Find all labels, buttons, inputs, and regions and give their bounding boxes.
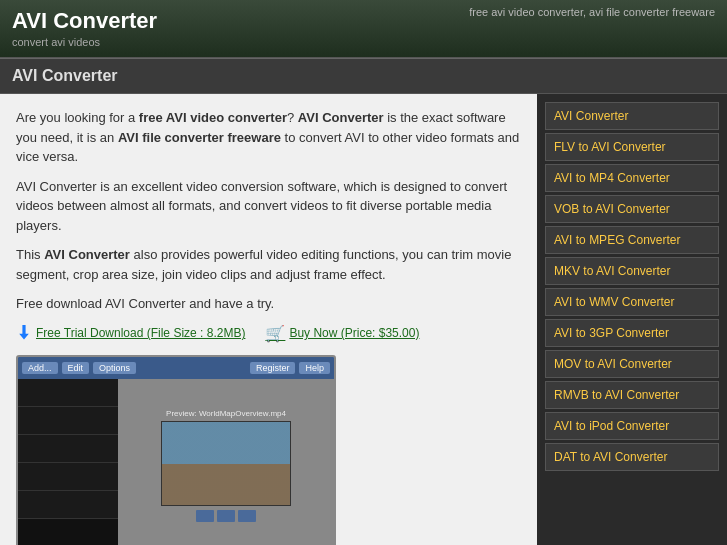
app-controls xyxy=(196,510,256,522)
sidebar-link-8[interactable]: MOV to AVI Converter xyxy=(545,350,719,378)
file-item-1 xyxy=(18,379,118,407)
sidebar-link-2[interactable]: AVI to MP4 Converter xyxy=(545,164,719,192)
download-links-row: Free Trial Download (File Size : 8.2MB) … xyxy=(16,324,521,343)
app-left-panel xyxy=(18,379,118,546)
register-btn: Register xyxy=(250,362,296,374)
intro-paragraph: Are you looking for a free AVI video con… xyxy=(16,108,521,167)
add-btn: Add... xyxy=(22,362,58,374)
sidebar-link-6[interactable]: AVI to WMV Converter xyxy=(545,288,719,316)
preview-label: Preview: WorldMapOverview.mp4 xyxy=(166,409,286,418)
bold-free-avi: free AVI video converter xyxy=(139,110,287,125)
sidebar-link-1[interactable]: FLV to AVI Converter xyxy=(545,133,719,161)
edit-btn: Edit xyxy=(62,362,90,374)
header: AVI Converter convert avi videos free av… xyxy=(0,0,727,58)
ctrl-btn-3[interactable] xyxy=(238,510,256,522)
cta-paragraph: Free download AVI Converter and have a t… xyxy=(16,294,521,314)
help-btn: Help xyxy=(299,362,330,374)
header-tagline: free avi video converter, avi file conve… xyxy=(469,6,715,18)
buy-link-label: Buy Now (Price: $35.00) xyxy=(289,326,419,340)
sidebar-link-4[interactable]: AVI to MPEG Converter xyxy=(545,226,719,254)
file-item-5 xyxy=(18,491,118,519)
title-bar: AVI Converter xyxy=(0,58,727,94)
app-preview xyxy=(161,421,291,506)
download-link[interactable]: Free Trial Download (File Size : 8.2MB) xyxy=(16,325,245,341)
app-toolbar: Add... Edit Options Register Help xyxy=(18,357,334,379)
ctrl-btn-1[interactable] xyxy=(196,510,214,522)
app-right-panel: Preview: WorldMapOverview.mp4 xyxy=(118,379,334,546)
ctrl-btn-2[interactable] xyxy=(217,510,235,522)
sidebar-link-10[interactable]: AVI to iPod Converter xyxy=(545,412,719,440)
download-icon xyxy=(16,325,32,341)
world-map-image xyxy=(162,422,290,505)
cart-icon: 🛒 xyxy=(265,324,285,343)
options-btn: Options xyxy=(93,362,136,374)
page-title: AVI Converter xyxy=(12,67,715,85)
content-area: Are you looking for a free AVI video con… xyxy=(0,94,537,545)
app-body: Preview: WorldMapOverview.mp4 xyxy=(18,379,334,546)
download-link-label: Free Trial Download (File Size : 8.2MB) xyxy=(36,326,245,340)
site-subtitle: convert avi videos xyxy=(12,36,100,48)
main-layout: Are you looking for a free AVI video con… xyxy=(0,94,727,545)
bold-file-converter: AVI file converter freeware xyxy=(118,130,281,145)
sidebar-link-7[interactable]: AVI to 3GP Converter xyxy=(545,319,719,347)
file-item-3 xyxy=(18,435,118,463)
sidebar-link-0[interactable]: AVI Converter xyxy=(545,102,719,130)
sidebar-link-9[interactable]: RMVB to AVI Converter xyxy=(545,381,719,409)
description-paragraph: AVI Converter is an excellent video conv… xyxy=(16,177,521,236)
file-item-2 xyxy=(18,407,118,435)
sidebar-link-3[interactable]: VOB to AVI Converter xyxy=(545,195,719,223)
toolbar-right: Register Help xyxy=(250,362,330,374)
features-paragraph: This AVI Converter also provides powerfu… xyxy=(16,245,521,284)
buy-link[interactable]: 🛒 Buy Now (Price: $35.00) xyxy=(265,324,419,343)
file-item-4 xyxy=(18,463,118,491)
bold-avi-features: AVI Converter xyxy=(44,247,130,262)
sidebar-link-5[interactable]: MKV to AVI Converter xyxy=(545,257,719,285)
app-screenshot: Add... Edit Options Register Help xyxy=(16,355,336,546)
bold-avi-converter: AVI Converter xyxy=(298,110,384,125)
sidebar-link-11[interactable]: DAT to AVI Converter xyxy=(545,443,719,471)
sidebar: AVI ConverterFLV to AVI ConverterAVI to … xyxy=(537,94,727,545)
app-mockup: Add... Edit Options Register Help xyxy=(18,357,334,546)
